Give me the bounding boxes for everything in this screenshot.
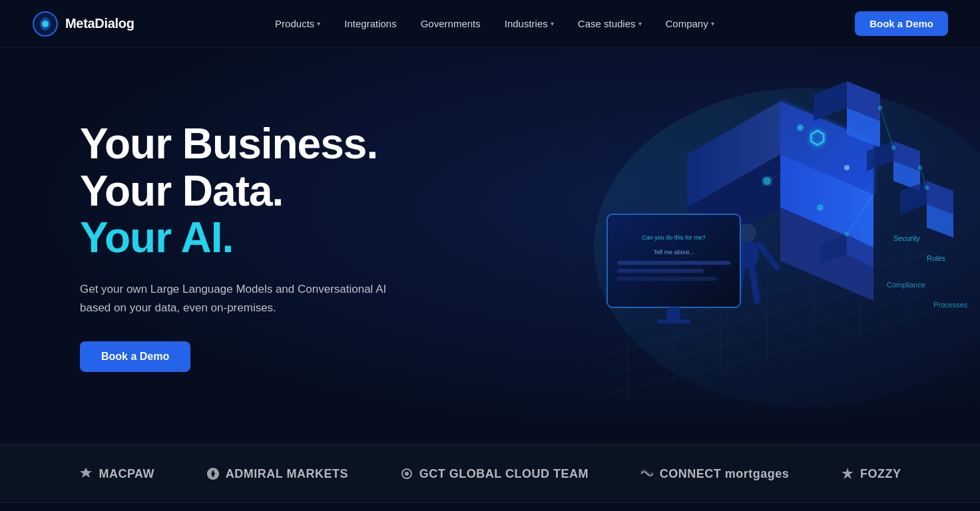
svg-point-34 [891,146,895,150]
macpaw-icon [79,466,93,481]
logo-gct: GCT GLOBAL CLOUD TEAM [399,466,589,481]
chevron-down-icon: ▾ [638,20,642,27]
hero-illustration-svg: ⬡ [541,61,980,434]
nav-link-case-studies[interactable]: Case studies ▾ [569,13,651,35]
nav-link-products[interactable]: Products ▾ [266,13,330,35]
svg-point-61 [797,124,804,131]
nav-item-case-studies[interactable]: Case studies ▾ [569,13,651,35]
bottom-section: Improve Your Business With Metadialog [0,503,980,511]
logos-band: MACPAW ADMIRAL MARKETS GCT GLOBAL CLOUD … [0,444,980,503]
macpaw-label: MACPAW [99,467,154,481]
logo-fozzy: FOZZY [840,466,901,481]
logo-admiral-markets: ADMIRAL MARKETS [206,466,348,481]
chevron-down-icon: ▾ [551,20,554,27]
svg-rect-56 [667,307,680,321]
nav-item-integrations[interactable]: Integrations [335,13,405,35]
svg-text:Processes: Processes [933,301,968,309]
svg-text:⬡: ⬡ [809,128,825,148]
svg-rect-54 [617,269,704,273]
svg-text:Compliance: Compliance [887,281,925,289]
nav-link-industries[interactable]: Industries ▾ [495,13,563,35]
gct-icon [399,466,414,481]
svg-point-65 [405,472,409,476]
admiral-markets-icon [206,466,220,481]
nav-link-governments[interactable]: Governments [411,13,490,35]
hero-book-demo-button[interactable]: Book a Demo [80,341,190,372]
gct-label: GCT GLOBAL CLOUD TEAM [419,467,589,481]
logo-macpaw: MACPAW [79,466,154,481]
svg-rect-53 [617,261,730,265]
nav-item-governments[interactable]: Governments [411,13,490,35]
connect-mortgages-label: CONNECT mortgages [660,467,790,481]
svg-point-35 [918,166,922,170]
nav-item-industries[interactable]: Industries ▾ [495,13,563,35]
hero-content: Your Business. Your Data. Your AI. Get y… [80,120,399,371]
admiral-markets-label: ADMIRAL MARKETS [226,467,348,481]
nav-link-integrations[interactable]: Integrations [335,13,405,35]
chevron-down-icon: ▾ [317,20,320,27]
nav-item-products[interactable]: Products ▾ [266,13,330,35]
chevron-down-icon: ▾ [711,20,714,27]
hero-illustration: ⬡ [541,61,980,434]
logo-text: MetaDialog [65,16,134,31]
svg-line-46 [752,269,757,301]
svg-marker-66 [842,468,854,479]
svg-text:Tell me about...: Tell me about... [653,249,694,256]
fozzy-icon [840,466,855,481]
hero-subtitle: Get your own Large Language Models and C… [80,280,399,317]
logo-connect-mortgages: CONNECT mortgages [640,466,790,481]
hero-title: Your Business. Your Data. Your AI. [80,120,399,261]
connect-mortgages-icon [640,466,654,481]
nav-book-demo-button[interactable]: Book a Demo [855,11,948,36]
hero-section: Your Business. Your Data. Your AI. Get y… [0,48,980,444]
svg-point-60 [844,165,850,170]
logo[interactable]: MetaDialog [32,11,134,37]
svg-text:Rules: Rules [927,254,946,262]
svg-text:Can you do this for me?: Can you do this for me? [642,234,706,241]
svg-point-38 [845,232,849,236]
nav-links: Products ▾ Integrations Governments Indu… [266,13,724,35]
svg-point-33 [878,106,882,110]
svg-text:Security: Security [893,234,920,242]
logo-icon [32,11,59,37]
nav-link-company[interactable]: Company ▾ [656,13,724,35]
svg-rect-57 [657,319,690,323]
svg-rect-55 [617,277,717,281]
nav-item-company[interactable]: Company ▾ [656,13,724,35]
fozzy-label: FOZZY [860,467,901,481]
svg-point-1 [42,21,49,27]
svg-point-36 [925,186,929,190]
navbar: MetaDialog Products ▾ Integrations Gover… [0,0,980,48]
